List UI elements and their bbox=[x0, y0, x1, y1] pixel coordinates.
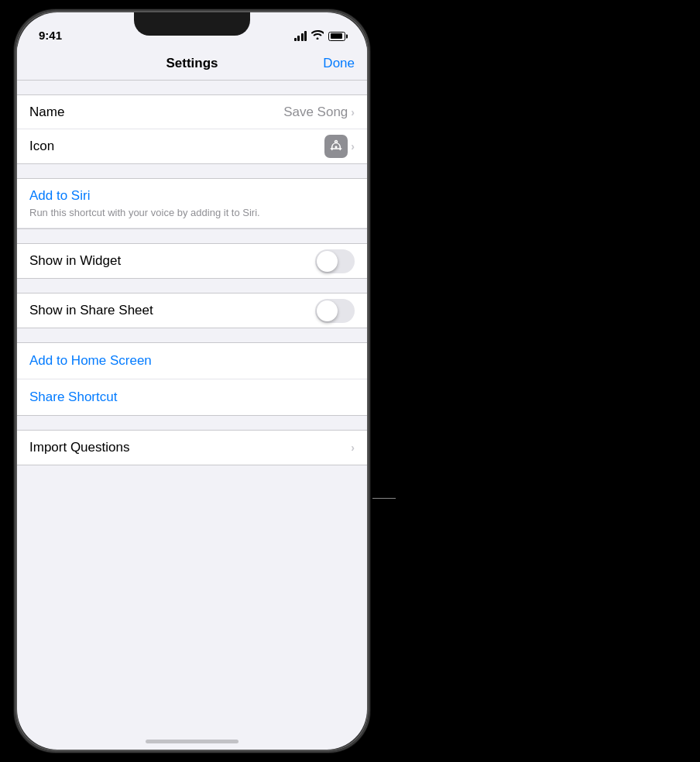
signal-icon bbox=[294, 31, 307, 41]
vol-up-button bbox=[14, 173, 15, 220]
widget-toggle-thumb bbox=[317, 251, 338, 272]
share-sheet-label: Show in Share Sheet bbox=[29, 303, 315, 318]
shortcut-icon-badge bbox=[324, 135, 348, 158]
share-shortcut-row[interactable]: Share Shortcut bbox=[17, 379, 367, 415]
section-spacer-4 bbox=[17, 279, 367, 293]
home-share-group: Add to Home Screen Share Shortcut bbox=[17, 342, 367, 416]
wifi-icon bbox=[311, 30, 324, 42]
notch bbox=[134, 12, 250, 36]
connector-line bbox=[372, 498, 396, 499]
home-indicator bbox=[146, 740, 238, 743]
name-icon-group: Name Save Song › Icon › bbox=[17, 94, 367, 164]
share-sheet-toggle[interactable] bbox=[315, 299, 355, 323]
siri-description: Run this shortcut with your voice by add… bbox=[29, 207, 355, 218]
name-chevron-icon: › bbox=[351, 106, 355, 118]
widget-toggle[interactable] bbox=[315, 249, 355, 273]
share-sheet-row: Show in Share Sheet bbox=[17, 293, 367, 328]
name-label: Name bbox=[29, 105, 283, 120]
share-shortcut-button[interactable]: Share Shortcut bbox=[29, 390, 117, 404]
import-questions-label: Import Questions bbox=[29, 440, 351, 455]
power-button bbox=[369, 181, 370, 243]
section-spacer-3 bbox=[17, 229, 367, 243]
status-icons bbox=[294, 30, 346, 42]
vol-down-button bbox=[14, 229, 15, 276]
icon-label: Icon bbox=[29, 139, 324, 154]
content-area: Name Save Song › Icon › bbox=[17, 81, 367, 723]
section-spacer-6 bbox=[17, 416, 367, 430]
page-title: Settings bbox=[166, 56, 218, 71]
add-to-home-row[interactable]: Add to Home Screen bbox=[17, 343, 367, 379]
section-spacer-5 bbox=[17, 328, 367, 342]
battery-icon bbox=[328, 32, 345, 41]
widget-label: Show in Widget bbox=[29, 253, 315, 269]
siri-group: Add to Siri Run this shortcut with your … bbox=[17, 178, 367, 229]
name-row[interactable]: Name Save Song › bbox=[17, 95, 367, 129]
nav-bar: Settings Done bbox=[17, 46, 367, 81]
share-sheet-toggle-thumb bbox=[317, 300, 338, 321]
section-spacer-7 bbox=[17, 465, 367, 496]
widget-group: Show in Widget bbox=[17, 243, 367, 279]
icon-row[interactable]: Icon › bbox=[17, 129, 367, 163]
name-value: Save Song bbox=[283, 105, 348, 120]
import-questions-chevron-icon: › bbox=[351, 441, 355, 454]
section-spacer-1 bbox=[17, 81, 367, 94]
import-questions-row[interactable]: Import Questions › bbox=[17, 431, 367, 465]
widget-row: Show in Widget bbox=[17, 244, 367, 278]
siri-row: Add to Siri Run this shortcut with your … bbox=[17, 179, 367, 228]
import-questions-group: Import Questions › bbox=[17, 430, 367, 465]
icon-chevron-icon: › bbox=[351, 140, 355, 153]
add-to-siri-button[interactable]: Add to Siri bbox=[29, 188, 355, 204]
phone-screen: 9:41 bbox=[17, 12, 367, 750]
phone-frame: 9:41 bbox=[14, 9, 370, 753]
add-to-home-button[interactable]: Add to Home Screen bbox=[29, 353, 152, 368]
done-button[interactable]: Done bbox=[323, 56, 355, 71]
section-spacer-2 bbox=[17, 164, 367, 178]
share-sheet-group: Show in Share Sheet bbox=[17, 293, 367, 328]
